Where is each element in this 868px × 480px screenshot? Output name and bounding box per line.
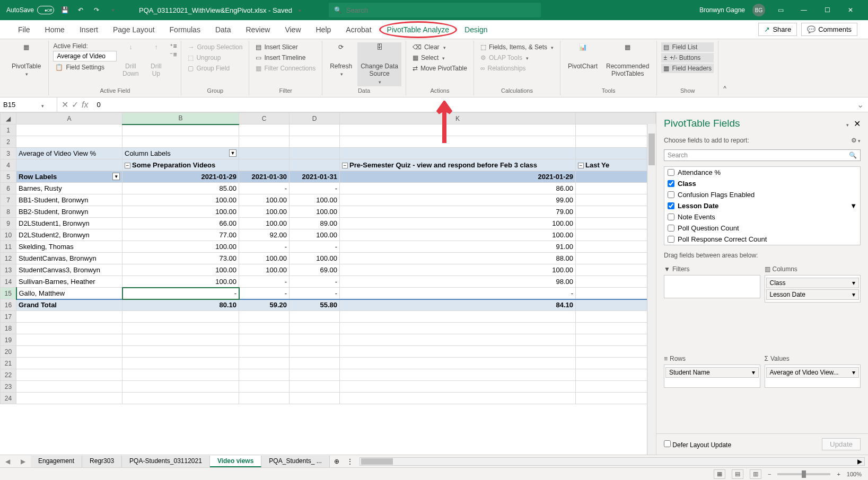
sheet-tab[interactable]: Regr303: [82, 456, 122, 467]
cell[interactable]: [239, 358, 290, 369]
minimize-icon[interactable]: —: [796, 2, 812, 18]
cell[interactable]: [576, 229, 656, 241]
fields-search[interactable]: Search🔍: [664, 149, 861, 161]
cell[interactable]: 100.00: [239, 206, 290, 218]
defer-update-checkbox[interactable]: Defer Layout Update: [664, 440, 731, 449]
field-item[interactable]: Class: [664, 178, 860, 189]
cell[interactable]: [122, 136, 239, 148]
cell[interactable]: [576, 183, 656, 194]
cell[interactable]: [576, 171, 656, 183]
pane-close-icon[interactable]: ✕: [854, 119, 861, 128]
cell[interactable]: 80.10: [122, 299, 239, 311]
cell[interactable]: 79.00: [340, 206, 576, 218]
filters-drop-area[interactable]: [664, 275, 760, 298]
cell[interactable]: [122, 334, 239, 346]
cell[interactable]: 2021-01-29: [340, 171, 576, 183]
cell[interactable]: [290, 358, 340, 369]
cell[interactable]: Column Labels▼: [122, 148, 239, 159]
select-all-cell[interactable]: ◢: [1, 113, 16, 125]
cell[interactable]: 100.00: [122, 194, 239, 206]
row-header[interactable]: 20: [1, 346, 16, 358]
cell[interactable]: Barnes, Rusty: [16, 183, 122, 194]
tab-view[interactable]: View: [277, 21, 308, 38]
doc-title-menu[interactable]: [297, 6, 301, 14]
cell[interactable]: Average of Video View %: [16, 148, 122, 159]
cell[interactable]: -: [239, 276, 290, 288]
collapse-field-icon[interactable]: ⁻≡: [170, 51, 177, 58]
row-header[interactable]: 10: [1, 229, 16, 241]
cell[interactable]: [239, 393, 290, 404]
cell[interactable]: 100.00: [340, 218, 576, 229]
tab-review[interactable]: Review: [239, 21, 278, 38]
page-break-view-icon[interactable]: ▥: [750, 469, 761, 479]
cell[interactable]: 73.00: [122, 253, 239, 264]
tab-design[interactable]: Design: [457, 21, 495, 38]
update-button[interactable]: Update: [822, 438, 861, 450]
cell[interactable]: 100.00: [239, 218, 290, 229]
cell[interactable]: 92.00: [239, 229, 290, 241]
field-item[interactable]: Lesson Date▼: [664, 200, 860, 211]
cell[interactable]: 84.10: [340, 299, 576, 311]
cell[interactable]: [16, 334, 122, 346]
cell[interactable]: −Last Ye: [576, 159, 656, 171]
cell[interactable]: [576, 393, 656, 404]
cell[interactable]: [122, 346, 239, 358]
cell[interactable]: [239, 323, 290, 334]
field-headers-button[interactable]: ▦Field Headers: [661, 64, 714, 73]
move-pivottable-button[interactable]: ⇄Move PivotTable: [410, 64, 469, 73]
cell[interactable]: [340, 334, 576, 346]
cell[interactable]: Row Labels▾: [16, 171, 122, 183]
tab-file[interactable]: File: [11, 21, 38, 38]
cell[interactable]: [340, 393, 576, 404]
cell[interactable]: -: [239, 288, 290, 299]
field-item[interactable]: Note Events: [664, 211, 860, 223]
cell[interactable]: 2021-01-29: [122, 171, 239, 183]
cell[interactable]: [290, 148, 340, 159]
clear-button[interactable]: ⌫Clear: [410, 42, 469, 52]
name-box[interactable]: [0, 97, 57, 112]
cell[interactable]: 100.00: [122, 206, 239, 218]
cell[interactable]: 100.00: [290, 206, 340, 218]
normal-view-icon[interactable]: ▦: [714, 469, 725, 479]
field-list-button[interactable]: ▤Field List: [661, 42, 714, 52]
user-avatar[interactable]: BG: [752, 4, 765, 16]
row-header[interactable]: 23: [1, 381, 16, 393]
refresh-button[interactable]: ⟳Refresh: [327, 42, 355, 79]
redo-icon[interactable]: ↷: [91, 5, 102, 15]
cell[interactable]: -: [340, 288, 576, 299]
columns-drop-area[interactable]: Class▾Lesson Date▾: [765, 275, 861, 303]
maximize-icon[interactable]: ☐: [819, 2, 835, 18]
autosave-toggle[interactable]: AutoSave ● Off: [6, 6, 54, 14]
collapse-ribbon-button[interactable]: ^: [718, 41, 731, 95]
tab-nav-next[interactable]: ▶: [15, 458, 31, 465]
cell[interactable]: StudentCanvas3, Bronwyn: [16, 264, 122, 276]
expand-field-icon[interactable]: ⁺≡: [170, 42, 177, 50]
tab-data[interactable]: Data: [208, 21, 239, 38]
save-icon[interactable]: 💾: [59, 5, 70, 15]
cell[interactable]: [239, 381, 290, 393]
cell[interactable]: 100.00: [122, 276, 239, 288]
field-item[interactable]: Poll Question Count: [664, 223, 860, 234]
cell[interactable]: [122, 323, 239, 334]
cell[interactable]: [576, 369, 656, 381]
cell[interactable]: [340, 311, 576, 323]
cell[interactable]: [290, 159, 340, 171]
zoom-slider[interactable]: [777, 473, 830, 475]
cell[interactable]: -: [290, 288, 340, 299]
cell[interactable]: [576, 381, 656, 393]
cell[interactable]: D2LStudent1, Bronwyn: [16, 218, 122, 229]
rows-drop-area[interactable]: Student Name▾: [664, 365, 760, 388]
area-pill[interactable]: Lesson Date▾: [766, 289, 860, 300]
cell[interactable]: 100.00: [239, 264, 290, 276]
cell[interactable]: [290, 369, 340, 381]
row-header[interactable]: 16: [1, 299, 16, 311]
cell[interactable]: 2021-01-31: [290, 171, 340, 183]
tab-acrobat[interactable]: Acrobat: [338, 21, 379, 38]
row-header[interactable]: 24: [1, 393, 16, 404]
comments-button[interactable]: 💬Comments: [801, 23, 857, 36]
col-header[interactable]: B: [122, 113, 239, 125]
field-item[interactable]: Poll Response Correct Count: [664, 234, 860, 245]
cell[interactable]: [16, 346, 122, 358]
cell[interactable]: 77.00: [122, 229, 239, 241]
field-list[interactable]: Attendance % Class Confusion Flags Enabl…: [664, 166, 861, 245]
